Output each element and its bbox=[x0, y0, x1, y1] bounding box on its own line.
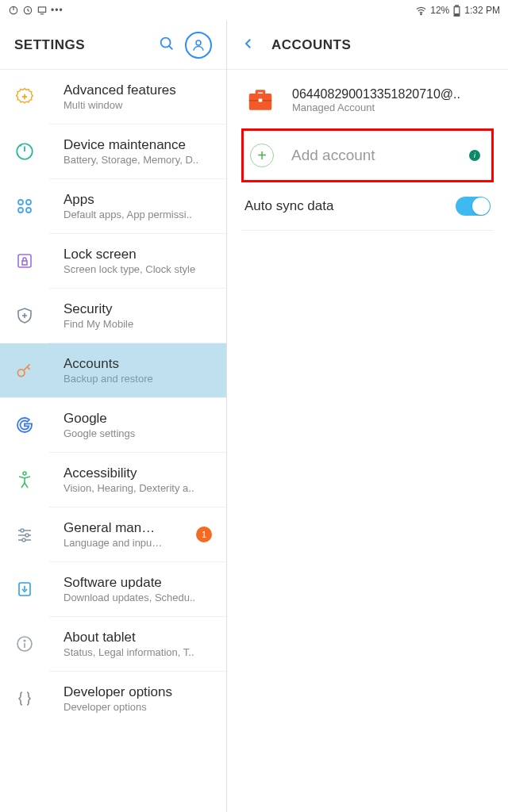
svg-point-16 bbox=[26, 200, 31, 205]
settings-panel: SETTINGS Advanced featuresMulti window D… bbox=[0, 21, 227, 812]
info-icon bbox=[13, 632, 37, 656]
add-account-button[interactable]: + Add account i bbox=[241, 128, 494, 182]
svg-point-28 bbox=[25, 534, 29, 537]
sidebar-item-lock-screen[interactable]: Lock screenScreen lock type, Clock style bbox=[49, 234, 226, 289]
settings-title: SETTINGS bbox=[14, 37, 158, 53]
sidebar-item-sub: Language and inpu… bbox=[64, 537, 162, 549]
sidebar-item-about-tablet[interactable]: About tabletStatus, Legal information, T… bbox=[49, 617, 226, 672]
sidebar-item-sub: Download updates, Schedu.. bbox=[64, 592, 195, 603]
advanced-icon bbox=[13, 85, 37, 109]
sidebar-item-accounts[interactable]: AccountsBackup and restore bbox=[0, 343, 226, 398]
search-button[interactable] bbox=[158, 35, 175, 56]
status-time: 1:32 PM bbox=[464, 5, 500, 16]
braces-icon bbox=[13, 687, 37, 710]
svg-point-17 bbox=[18, 208, 23, 213]
add-account-label: Add account bbox=[291, 147, 375, 164]
sidebar-item-sub: Developer options bbox=[64, 701, 172, 713]
account-type: Managed Account bbox=[292, 102, 460, 113]
back-button[interactable] bbox=[241, 36, 256, 54]
sidebar-item-google[interactable]: GoogleGoogle settings bbox=[49, 398, 226, 453]
sidebar-item-accessibility[interactable]: AccessibilityVision, Hearing, Dexterity … bbox=[49, 453, 226, 508]
svg-rect-8 bbox=[455, 13, 459, 15]
account-name: 064408290013351820710@.. bbox=[292, 87, 460, 102]
settings-list[interactable]: Advanced featuresMulti window Device mai… bbox=[0, 70, 226, 812]
svg-rect-7 bbox=[456, 5, 458, 6]
sidebar-item-label: Developer options bbox=[64, 684, 172, 700]
shield-icon bbox=[13, 304, 37, 327]
sidebar-item-label: About tablet bbox=[64, 630, 194, 645]
detail-title: ACCOUNTS bbox=[271, 37, 351, 53]
google-icon bbox=[13, 413, 37, 437]
svg-point-34 bbox=[24, 640, 25, 642]
clock-icon bbox=[22, 5, 33, 16]
sidebar-item-label: Google bbox=[64, 411, 135, 427]
sliders-icon bbox=[13, 523, 37, 546]
battery-icon bbox=[452, 5, 461, 17]
sidebar-item-security[interactable]: SecurityFind My Mobile bbox=[49, 289, 226, 343]
sidebar-item-sub: Google settings bbox=[64, 427, 135, 439]
sidebar-item-sub: Find My Mobile bbox=[64, 318, 133, 330]
account-entry[interactable]: 064408290013351820710@.. Managed Account bbox=[241, 70, 494, 131]
sidebar-item-apps[interactable]: AppsDefault apps, App permissi.. bbox=[49, 179, 226, 234]
svg-rect-3 bbox=[38, 7, 45, 12]
svg-rect-20 bbox=[22, 261, 27, 265]
sidebar-item-developer-options[interactable]: Developer optionsDeveloper options bbox=[49, 672, 226, 726]
apps-icon bbox=[13, 194, 37, 218]
more-icon: ••• bbox=[51, 5, 64, 16]
briefcase-icon bbox=[244, 84, 276, 116]
sidebar-item-label: Apps bbox=[64, 192, 192, 208]
wifi-icon bbox=[415, 5, 427, 17]
screen-icon bbox=[37, 5, 48, 16]
svg-point-15 bbox=[18, 200, 23, 205]
profile-button[interactable] bbox=[185, 32, 212, 59]
sidebar-item-sub: Status, Legal information, T.. bbox=[64, 646, 194, 658]
accessibility-icon bbox=[13, 468, 37, 492]
notification-badge: 1 bbox=[196, 527, 212, 542]
maintenance-icon bbox=[13, 140, 37, 163]
auto-sync-toggle[interactable] bbox=[456, 197, 491, 216]
sidebar-item-label: Lock screen bbox=[64, 247, 195, 262]
plus-icon: + bbox=[250, 144, 274, 167]
svg-point-24 bbox=[23, 472, 26, 475]
svg-line-10 bbox=[169, 45, 172, 48]
sidebar-item-label: Accessibility bbox=[64, 465, 194, 481]
svg-point-18 bbox=[26, 208, 31, 213]
auto-sync-row[interactable]: Auto sync data bbox=[241, 182, 494, 231]
sidebar-item-label: General man… bbox=[64, 520, 162, 536]
sidebar-item-device-maintenance[interactable]: Device maintenanceBattery, Storage, Memo… bbox=[49, 124, 226, 179]
detail-header: ACCOUNTS bbox=[227, 21, 508, 70]
auto-sync-label: Auto sync data bbox=[244, 198, 456, 214]
svg-point-23 bbox=[17, 370, 25, 377]
svg-rect-36 bbox=[259, 98, 263, 102]
sidebar-item-sub: Default apps, App permissi.. bbox=[64, 209, 192, 220]
detail-panel: ACCOUNTS 064408290013351820710@.. Manage… bbox=[227, 21, 508, 812]
sidebar-item-label: Software update bbox=[64, 575, 195, 591]
update-icon bbox=[13, 577, 37, 601]
sidebar-item-sub: Screen lock type, Clock style bbox=[64, 263, 195, 275]
lock-icon bbox=[13, 249, 37, 273]
sidebar-item-sub: Backup and restore bbox=[64, 373, 153, 385]
svg-point-5 bbox=[421, 13, 421, 14]
battery-percent: 12% bbox=[430, 5, 449, 16]
sidebar-item-label: Security bbox=[64, 301, 133, 317]
sidebar-item-label: Accounts bbox=[64, 356, 153, 372]
sidebar-item-advanced-features[interactable]: Advanced featuresMulti window bbox=[49, 70, 226, 124]
svg-point-11 bbox=[196, 40, 201, 45]
status-bar: ••• 12% 1:32 PM bbox=[0, 0, 508, 21]
svg-point-30 bbox=[22, 538, 25, 542]
toggle-knob bbox=[472, 197, 490, 215]
sidebar-item-software-update[interactable]: Software updateDownload updates, Schedu.… bbox=[49, 562, 226, 617]
settings-header: SETTINGS bbox=[0, 21, 226, 70]
power-icon bbox=[8, 5, 19, 16]
svg-point-9 bbox=[161, 37, 171, 47]
sidebar-item-sub: Multi window bbox=[64, 99, 176, 111]
svg-point-26 bbox=[21, 529, 24, 532]
key-icon bbox=[13, 358, 37, 382]
sidebar-item-sub: Vision, Hearing, Dexterity a.. bbox=[64, 482, 194, 494]
sidebar-item-general-management[interactable]: General man…Language and inpu… 1 bbox=[49, 508, 226, 562]
sidebar-item-label: Advanced features bbox=[64, 82, 176, 98]
sidebar-item-sub: Battery, Storage, Memory, D.. bbox=[64, 154, 198, 166]
sidebar-item-label: Device maintenance bbox=[64, 137, 198, 153]
info-badge-icon: i bbox=[469, 150, 480, 161]
